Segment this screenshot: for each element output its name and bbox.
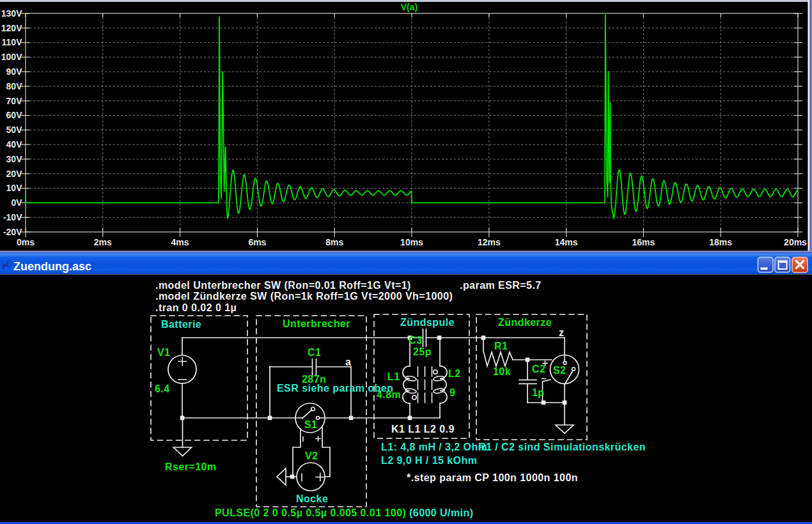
svg-text:a: a: [345, 357, 351, 367]
svg-text:Nocke: Nocke: [296, 493, 328, 504]
svg-text:10k: 10k: [493, 366, 511, 377]
svg-text:S1: S1: [304, 419, 317, 430]
svg-text:30V: 30V: [6, 154, 23, 164]
svg-text:130V: 130V: [1, 8, 22, 19]
svg-text:9: 9: [449, 387, 455, 398]
svg-text:40V: 40V: [6, 139, 23, 150]
svg-text:90V: 90V: [6, 66, 23, 77]
svg-text:110V: 110V: [2, 37, 23, 47]
svg-text:4ms: 4ms: [171, 237, 189, 247]
svg-text:S2: S2: [553, 365, 566, 376]
svg-text:L1: L1: [387, 371, 400, 382]
svg-text:50V: 50V: [6, 125, 23, 135]
svg-text:14ms: 14ms: [555, 237, 578, 247]
svg-text:Zündkerze: Zündkerze: [498, 317, 552, 328]
svg-text:100V: 100V: [1, 52, 22, 62]
svg-text:R1: R1: [494, 341, 508, 351]
svg-text:.model Zündkerze SW (Ron=1k Ro: .model Zündkerze SW (Ron=1k Roff=1G Vt=2…: [155, 291, 453, 302]
svg-text:-10V: -10V: [3, 212, 22, 222]
svg-text:L2 9,0 H / 15 kOhm: L2 9,0 H / 15 kOhm: [381, 455, 477, 466]
svg-text:10V: 10V: [6, 183, 23, 193]
svg-text:25p: 25p: [413, 346, 432, 357]
svg-text:V(a): V(a): [401, 2, 418, 12]
svg-text:6.4: 6.4: [155, 383, 170, 394]
svg-text:80V: 80V: [6, 81, 23, 91]
svg-text:V2: V2: [305, 451, 318, 461]
svg-text:12ms: 12ms: [478, 237, 501, 247]
svg-text:(6000 U/min): (6000 U/min): [409, 507, 474, 518]
svg-text:Zündspule: Zündspule: [400, 317, 455, 328]
svg-text:PULSE(0 2 0 0.5µ 0.5µ 0.005 0.: PULSE(0 2 0 0.5µ 0.5µ 0.005 0.01 100): [215, 507, 406, 518]
svg-text:C1: C1: [308, 347, 321, 358]
svg-text:0ms: 0ms: [17, 237, 35, 247]
svg-text:20ms: 20ms: [784, 237, 807, 247]
svg-text:C3: C3: [409, 335, 422, 346]
svg-text:2ms: 2ms: [94, 237, 112, 247]
svg-text:120V: 120V: [1, 23, 22, 33]
svg-text:20V: 20V: [6, 169, 23, 179]
svg-text:16ms: 16ms: [632, 237, 655, 247]
svg-text:K1 L1 L2 0.9: K1 L1 L2 0.9: [391, 424, 455, 435]
svg-text:10ms: 10ms: [400, 237, 423, 247]
svg-text:.tran 0 0.02 0 1µ: .tran 0 0.02 0 1µ: [155, 302, 237, 313]
svg-text:-20V: -20V: [3, 227, 22, 237]
svg-text:70V: 70V: [6, 96, 23, 106]
svg-text:Rser=10m: Rser=10m: [165, 461, 217, 472]
svg-text:Zuendung.asc: Zuendung.asc: [13, 260, 91, 273]
svg-text:0V: 0V: [11, 197, 22, 208]
svg-text:18ms: 18ms: [709, 237, 732, 247]
svg-text:C2: C2: [532, 364, 545, 374]
svg-text:z: z: [559, 327, 564, 338]
svg-text:6ms: 6ms: [248, 237, 266, 247]
svg-text:.param ESR=5.7: .param ESR=5.7: [460, 280, 542, 291]
svg-text:Batterie: Batterie: [161, 319, 201, 330]
svg-text:*.step param CP 100n 1000n 100: *.step param CP 100n 1000n 100n: [407, 472, 578, 483]
svg-text:L2: L2: [448, 368, 461, 379]
svg-text:1p: 1p: [532, 387, 545, 398]
svg-text:ESR siehe param oben: ESR siehe param oben: [277, 383, 393, 394]
svg-text:60V: 60V: [6, 110, 23, 120]
svg-text:.model Unterbrecher SW (Ron=0.: .model Unterbrecher SW (Ron=0.01 Roff=1G…: [155, 280, 411, 291]
svg-text:R1 / C2 sind Simulationskrücke: R1 / C2 sind Simulationskrücken: [478, 442, 646, 452]
svg-text:L1: 4,8 mH / 3,2 Ohm: L1: 4,8 mH / 3,2 Ohm: [381, 442, 487, 452]
svg-text:Unterbrecher: Unterbrecher: [283, 318, 350, 329]
svg-text:V1: V1: [157, 347, 170, 358]
svg-text:8ms: 8ms: [325, 237, 343, 247]
